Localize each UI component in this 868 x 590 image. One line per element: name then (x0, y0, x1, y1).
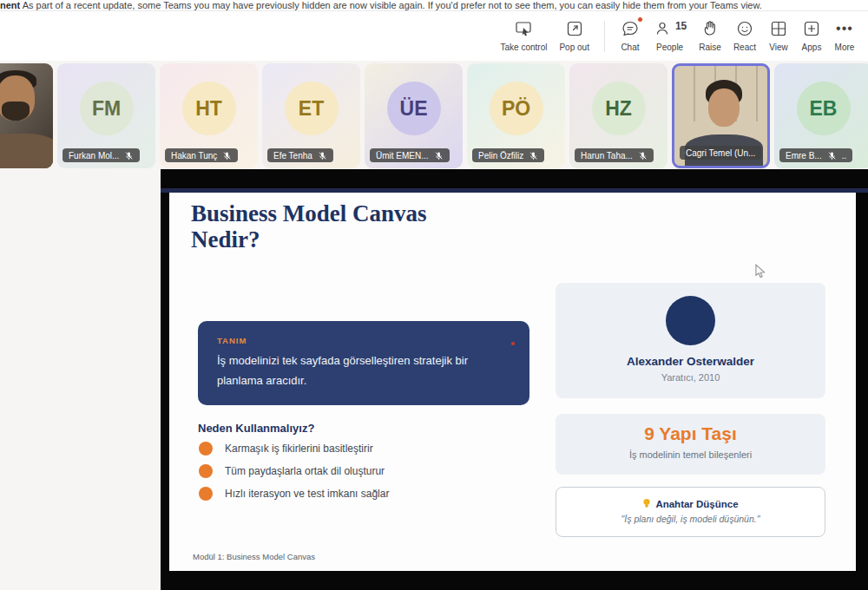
key-idea-heading: Anahtar Düşünce (556, 488, 825, 509)
avatar: HT (182, 82, 236, 135)
video-tile-hakan[interactable]: HT Hakan Tunç (160, 63, 258, 168)
creator-role: Yaratıcı, 2010 (556, 372, 825, 383)
person-silhouette (0, 134, 53, 168)
name-tag: Cagri Temel (Un... (680, 146, 761, 160)
take-control-label: Take control (501, 43, 548, 52)
chat-unread-badge (637, 16, 643, 23)
apps-button[interactable]: Apps (795, 18, 828, 52)
avatar: ET (285, 82, 339, 135)
bullet-item: Karmaşık iş fikirlerini basitleştirir (199, 442, 373, 456)
mic-off-icon (318, 151, 327, 161)
bullet-item: Tüm paydaşlarla ortak dil oluşturur (199, 464, 385, 478)
participant-name: Harun Taha... (581, 151, 633, 161)
video-tile-furkan[interactable]: FM Furkan Mol... (57, 63, 155, 168)
creator-card: Alexander Osterwalder Yaratıcı, 2010 (556, 283, 825, 398)
participant-name: Ümit EMEN... (376, 151, 429, 161)
chat-label: Chat (621, 43, 639, 52)
bullet-icon (199, 487, 213, 501)
meeting-stage: ağman FM Furkan Mol... HT Hakan Tunç ET (0, 61, 868, 590)
slide-footer: Modül 1: Business Model Canvas (193, 552, 315, 561)
avatar: FM (80, 82, 134, 135)
participant-name: Efe Tenha (273, 151, 312, 161)
tag-overflow-dots: .. (842, 151, 847, 161)
name-tag: Hakan Tunç (165, 148, 238, 162)
people-icon (653, 18, 674, 39)
raise-hand-icon (700, 18, 720, 39)
mic-off-icon (434, 151, 444, 161)
react-label: React (733, 43, 756, 52)
view-icon (768, 18, 789, 39)
toolbar-separator (604, 21, 605, 52)
key-idea-title: Anahtar Düşünce (655, 499, 738, 509)
meeting-toolbar: Take control Pop out Chat 15 People (0, 12, 868, 61)
apps-icon (801, 18, 822, 39)
video-tile-cagri-active-speaker[interactable]: Cagri Temel (Un... (672, 63, 770, 168)
mouse-cursor (754, 264, 766, 283)
pop-out-button[interactable]: Pop out (553, 18, 595, 52)
mic-off-icon (124, 151, 134, 161)
key-idea-quote: "İş planı değil, iş modeli düşünün." (556, 514, 825, 524)
building-blocks-subtitle: İş modelinin temel bileşenleri (556, 449, 825, 460)
react-button[interactable]: React (727, 18, 762, 52)
name-tag: Furkan Mol... (62, 148, 140, 162)
participant-name: Emre B... (786, 151, 822, 161)
bullet-text: Tüm paydaşlarla ortak dil oluşturur (225, 465, 385, 477)
bullet-icon (199, 442, 213, 456)
participant-name: Furkan Mol... (69, 151, 119, 161)
definition-box: TANIM İş modelinizi tek sayfada görselle… (198, 321, 529, 405)
name-tag: Ümit EMEN... (370, 148, 450, 162)
banner-bold-fragment: nent (0, 0, 20, 10)
creator-avatar (666, 296, 715, 345)
more-label: More (835, 43, 855, 52)
avatar: EB (797, 82, 851, 135)
presentation-slide: Business Model Canvas Nedir? TANIM İş mo… (169, 193, 856, 571)
chat-button[interactable]: Chat (614, 18, 647, 52)
lightbulb-icon (642, 498, 651, 509)
creator-name: Alexander Osterwalder (556, 355, 825, 368)
person-silhouette (2, 102, 30, 121)
bullet-item: Hızlı iterasyon ve test imkanı sağlar (199, 487, 389, 501)
mic-off-icon (222, 151, 232, 161)
view-label: View (769, 43, 788, 52)
red-dot (511, 342, 515, 345)
bullet-text: Hızlı iterasyon ve test imkanı sağlar (225, 488, 389, 500)
take-control-icon (513, 18, 534, 39)
video-tile-harun[interactable]: HZ Harun Taha... (569, 63, 667, 168)
building-blocks-title: 9 Yapı Taşı (556, 414, 825, 444)
view-button[interactable]: View (762, 18, 795, 52)
people-icon-row: 15 (653, 18, 687, 39)
take-control-button[interactable]: Take control (495, 18, 554, 52)
teams-meeting-window: nent As part of a recent update, some Te… (0, 0, 868, 590)
why-use-heading: Neden Kullanmalıyız? (198, 422, 314, 435)
bullet-icon (199, 464, 213, 478)
building-blocks-card: 9 Yapı Taşı İş modelinin temel bileşenle… (556, 414, 825, 475)
participant-name: Cagri Temel (Un... (686, 148, 755, 158)
participant-name: Hakan Tunç (171, 151, 217, 161)
people-count: 15 (675, 20, 687, 32)
mic-off-icon (827, 151, 837, 161)
participant-name: Pelin Özfiliz (478, 151, 523, 161)
participant-strip: ağman FM Furkan Mol... HT Hakan Tunç ET (0, 63, 868, 168)
mic-off-icon (529, 151, 538, 161)
slide-title-line1: Business Model Canvas (191, 201, 427, 227)
video-tile-emre[interactable]: EB Emre B... .. (774, 63, 868, 168)
video-tile-pelin[interactable]: PÖ Pelin Özfiliz (467, 63, 565, 168)
video-tile-umit[interactable]: ÜE Ümit EMEN... (365, 63, 463, 168)
people-button[interactable]: 15 People (647, 18, 693, 52)
more-button[interactable]: ••• More (828, 18, 861, 52)
react-icon (734, 18, 755, 39)
video-tile-efe[interactable]: ET Efe Tenha (262, 63, 360, 168)
name-tag: Efe Tenha (267, 148, 333, 162)
bullet-text: Karmaşık iş fikirlerini basitleştirir (225, 442, 373, 455)
slide-title: Business Model Canvas Nedir? (191, 201, 427, 252)
key-idea-card: Anahtar Düşünce "İş planı değil, iş mode… (556, 487, 825, 537)
raise-hand-button[interactable]: Raise (693, 18, 727, 52)
definition-text: İş modelinizi tek sayfada görselleştiren… (217, 351, 510, 391)
slide-title-line2: Nedir? (191, 227, 427, 253)
more-icon: ••• (834, 18, 855, 39)
pop-out-icon (564, 18, 585, 39)
name-tag: Harun Taha... (575, 148, 654, 162)
video-tile-agman[interactable]: ağman (0, 63, 53, 168)
definition-label: TANIM (217, 336, 510, 345)
name-tag: Pelin Özfiliz (472, 148, 544, 162)
